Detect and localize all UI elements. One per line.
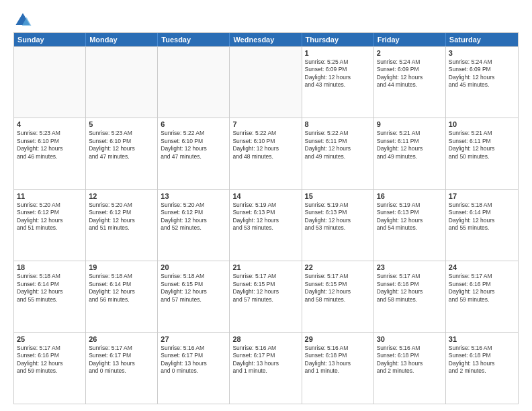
calendar-row-5: 25Sunrise: 5:17 AM Sunset: 6:16 PM Dayli…: [14, 332, 518, 404]
day-number: 5: [89, 120, 154, 128]
calendar-cell: 1Sunrise: 5:25 AM Sunset: 6:09 PM Daylig…: [302, 47, 374, 118]
cell-info: Sunrise: 5:16 AM Sunset: 6:18 PM Dayligh…: [305, 345, 371, 375]
day-number: 28: [232, 335, 298, 343]
cell-info: Sunrise: 5:17 AM Sunset: 6:17 PM Dayligh…: [89, 345, 154, 375]
day-number: 25: [17, 335, 83, 343]
cell-info: Sunrise: 5:18 AM Sunset: 6:14 PM Dayligh…: [449, 201, 515, 232]
calendar-cell: 2Sunrise: 5:24 AM Sunset: 6:09 PM Daylig…: [374, 47, 446, 118]
cell-info: Sunrise: 5:22 AM Sunset: 6:10 PM Dayligh…: [161, 130, 226, 161]
cell-info: Sunrise: 5:17 AM Sunset: 6:16 PM Dayligh…: [17, 345, 83, 375]
header: [13, 11, 519, 30]
calendar-cell: 14Sunrise: 5:19 AM Sunset: 6:13 PM Dayli…: [230, 190, 302, 261]
calendar-cell: [14, 47, 86, 118]
day-number: 20: [161, 263, 226, 271]
cell-info: Sunrise: 5:16 AM Sunset: 6:18 PM Dayligh…: [449, 345, 515, 375]
day-number: 2: [377, 49, 443, 57]
calendar-cell: 28Sunrise: 5:16 AM Sunset: 6:17 PM Dayli…: [230, 333, 302, 404]
day-number: 19: [89, 263, 154, 271]
day-number: 6: [161, 120, 226, 128]
day-number: 16: [377, 192, 443, 200]
calendar-cell: [230, 47, 302, 118]
day-number: 27: [161, 335, 226, 343]
calendar-cell: 18Sunrise: 5:18 AM Sunset: 6:14 PM Dayli…: [14, 261, 86, 332]
page: SundayMondayTuesdayWednesdayThursdayFrid…: [0, 0, 532, 411]
calendar-cell: 13Sunrise: 5:20 AM Sunset: 6:12 PM Dayli…: [158, 190, 230, 261]
header-day-sunday: Sunday: [14, 33, 86, 46]
cell-info: Sunrise: 5:18 AM Sunset: 6:14 PM Dayligh…: [17, 273, 83, 304]
calendar-cell: 16Sunrise: 5:19 AM Sunset: 6:13 PM Dayli…: [374, 190, 446, 261]
calendar-cell: 4Sunrise: 5:23 AM Sunset: 6:10 PM Daylig…: [14, 118, 86, 189]
calendar-cell: 5Sunrise: 5:23 AM Sunset: 6:10 PM Daylig…: [86, 118, 158, 189]
cell-info: Sunrise: 5:22 AM Sunset: 6:11 PM Dayligh…: [305, 130, 371, 161]
calendar-cell: 19Sunrise: 5:18 AM Sunset: 6:14 PM Dayli…: [86, 261, 158, 332]
cell-info: Sunrise: 5:20 AM Sunset: 6:12 PM Dayligh…: [89, 201, 154, 232]
day-number: 9: [377, 120, 443, 128]
cell-info: Sunrise: 5:17 AM Sunset: 6:16 PM Dayligh…: [377, 273, 443, 304]
day-number: 17: [449, 192, 515, 200]
cell-info: Sunrise: 5:17 AM Sunset: 6:16 PM Dayligh…: [449, 273, 515, 304]
calendar-cell: 24Sunrise: 5:17 AM Sunset: 6:16 PM Dayli…: [446, 261, 518, 332]
calendar-cell: 23Sunrise: 5:17 AM Sunset: 6:16 PM Dayli…: [374, 261, 446, 332]
day-number: 13: [161, 192, 226, 200]
cell-info: Sunrise: 5:17 AM Sunset: 6:15 PM Dayligh…: [232, 273, 298, 304]
day-number: 8: [305, 120, 371, 128]
calendar-cell: 3Sunrise: 5:24 AM Sunset: 6:09 PM Daylig…: [446, 47, 518, 118]
cell-info: Sunrise: 5:21 AM Sunset: 6:11 PM Dayligh…: [377, 130, 443, 161]
day-number: 31: [449, 335, 515, 343]
day-number: 24: [449, 263, 515, 271]
calendar-cell: 20Sunrise: 5:18 AM Sunset: 6:15 PM Dayli…: [158, 261, 230, 332]
header-day-monday: Monday: [86, 33, 158, 46]
header-day-wednesday: Wednesday: [230, 33, 302, 46]
cell-info: Sunrise: 5:24 AM Sunset: 6:09 PM Dayligh…: [377, 58, 443, 89]
day-number: 21: [232, 263, 298, 271]
day-number: 11: [17, 192, 83, 200]
day-number: 10: [449, 120, 515, 128]
calendar-cell: 11Sunrise: 5:20 AM Sunset: 6:12 PM Dayli…: [14, 190, 86, 261]
calendar-cell: 8Sunrise: 5:22 AM Sunset: 6:11 PM Daylig…: [302, 118, 374, 189]
cell-info: Sunrise: 5:21 AM Sunset: 6:11 PM Dayligh…: [449, 130, 515, 161]
cell-info: Sunrise: 5:17 AM Sunset: 6:15 PM Dayligh…: [305, 273, 371, 304]
calendar-row-2: 4Sunrise: 5:23 AM Sunset: 6:10 PM Daylig…: [14, 118, 518, 189]
calendar-cell: 29Sunrise: 5:16 AM Sunset: 6:18 PM Dayli…: [302, 333, 374, 404]
day-number: 22: [305, 263, 371, 271]
cell-info: Sunrise: 5:19 AM Sunset: 6:13 PM Dayligh…: [305, 201, 371, 232]
day-number: 29: [305, 335, 371, 343]
logo-icon: [13, 11, 32, 30]
header-day-thursday: Thursday: [302, 33, 374, 46]
calendar-cell: 17Sunrise: 5:18 AM Sunset: 6:14 PM Dayli…: [446, 190, 518, 261]
calendar-cell: 6Sunrise: 5:22 AM Sunset: 6:10 PM Daylig…: [158, 118, 230, 189]
header-day-friday: Friday: [374, 33, 446, 46]
cell-info: Sunrise: 5:16 AM Sunset: 6:17 PM Dayligh…: [232, 345, 298, 375]
header-day-saturday: Saturday: [446, 33, 518, 46]
cell-info: Sunrise: 5:19 AM Sunset: 6:13 PM Dayligh…: [232, 201, 298, 232]
cell-info: Sunrise: 5:20 AM Sunset: 6:12 PM Dayligh…: [17, 201, 83, 232]
calendar-cell: 27Sunrise: 5:16 AM Sunset: 6:17 PM Dayli…: [158, 333, 230, 404]
cell-info: Sunrise: 5:18 AM Sunset: 6:15 PM Dayligh…: [161, 273, 226, 304]
calendar-cell: 10Sunrise: 5:21 AM Sunset: 6:11 PM Dayli…: [446, 118, 518, 189]
calendar-cell: 22Sunrise: 5:17 AM Sunset: 6:15 PM Dayli…: [302, 261, 374, 332]
cell-info: Sunrise: 5:16 AM Sunset: 6:18 PM Dayligh…: [377, 345, 443, 375]
calendar-row-4: 18Sunrise: 5:18 AM Sunset: 6:14 PM Dayli…: [14, 261, 518, 332]
day-number: 4: [17, 120, 83, 128]
cell-info: Sunrise: 5:20 AM Sunset: 6:12 PM Dayligh…: [161, 201, 226, 232]
day-number: 18: [17, 263, 83, 271]
calendar-cell: 25Sunrise: 5:17 AM Sunset: 6:16 PM Dayli…: [14, 333, 86, 404]
calendar-cell: 7Sunrise: 5:22 AM Sunset: 6:10 PM Daylig…: [230, 118, 302, 189]
calendar-cell: 12Sunrise: 5:20 AM Sunset: 6:12 PM Dayli…: [86, 190, 158, 261]
calendar-cell: 15Sunrise: 5:19 AM Sunset: 6:13 PM Dayli…: [302, 190, 374, 261]
calendar: SundayMondayTuesdayWednesdayThursdayFrid…: [13, 32, 519, 404]
cell-info: Sunrise: 5:25 AM Sunset: 6:09 PM Dayligh…: [305, 58, 371, 89]
calendar-cell: 9Sunrise: 5:21 AM Sunset: 6:11 PM Daylig…: [374, 118, 446, 189]
header-day-tuesday: Tuesday: [158, 33, 230, 46]
calendar-header: SundayMondayTuesdayWednesdayThursdayFrid…: [14, 33, 518, 46]
calendar-body: 1Sunrise: 5:25 AM Sunset: 6:09 PM Daylig…: [14, 46, 518, 404]
day-number: 14: [232, 192, 298, 200]
calendar-cell: [158, 47, 230, 118]
cell-info: Sunrise: 5:24 AM Sunset: 6:09 PM Dayligh…: [449, 58, 515, 89]
day-number: 23: [377, 263, 443, 271]
cell-info: Sunrise: 5:16 AM Sunset: 6:17 PM Dayligh…: [161, 345, 226, 375]
calendar-cell: 26Sunrise: 5:17 AM Sunset: 6:17 PM Dayli…: [86, 333, 158, 404]
cell-info: Sunrise: 5:23 AM Sunset: 6:10 PM Dayligh…: [89, 130, 154, 161]
logo: [13, 11, 35, 30]
day-number: 30: [377, 335, 443, 343]
